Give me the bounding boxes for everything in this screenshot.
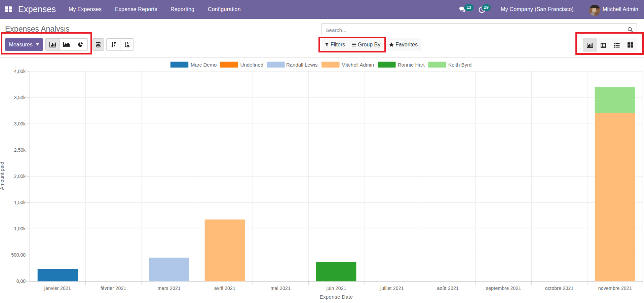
svg-text:2,50k: 2,50k [14, 147, 26, 153]
svg-text:500,00: 500,00 [11, 252, 26, 258]
svg-text:juillet 2021: juillet 2021 [380, 286, 404, 291]
svg-text:3,50k: 3,50k [14, 95, 26, 100]
svg-text:avril 2021: avril 2021 [214, 286, 235, 291]
svg-text:Ronnie Hart: Ronnie Hart [398, 62, 425, 68]
svg-text:août 2021: août 2021 [437, 286, 459, 291]
svg-text:1,00k: 1,00k [14, 226, 26, 231]
svg-text:1,50k: 1,50k [14, 200, 26, 205]
svg-text:Marc Demo: Marc Demo [191, 62, 217, 68]
svg-text:janvier 2021: janvier 2021 [44, 286, 71, 291]
svg-text:février 2021: février 2021 [101, 286, 126, 291]
svg-text:Undefined: Undefined [240, 62, 263, 68]
svg-text:mars 2021: mars 2021 [158, 286, 181, 291]
svg-text:Amount paid: Amount paid [0, 162, 5, 190]
svg-text:octobre 2021: octobre 2021 [545, 286, 574, 291]
svg-text:novembre 2021: novembre 2021 [598, 286, 632, 291]
svg-text:mai 2021: mai 2021 [271, 286, 291, 291]
svg-text:0,00: 0,00 [16, 278, 26, 284]
svg-text:Expense Date: Expense Date [319, 294, 353, 300]
svg-text:Randall Lewis: Randall Lewis [286, 62, 317, 68]
svg-text:3,00k: 3,00k [14, 121, 26, 126]
svg-text:4,00k: 4,00k [14, 69, 26, 74]
svg-text:septembre 2021: septembre 2021 [486, 286, 521, 291]
svg-text:2,00k: 2,00k [14, 174, 26, 179]
svg-text:juin 2021: juin 2021 [326, 286, 346, 291]
svg-text:Keith Byrd: Keith Byrd [448, 62, 471, 68]
svg-text:Mitchell Admin: Mitchell Admin [341, 62, 374, 68]
